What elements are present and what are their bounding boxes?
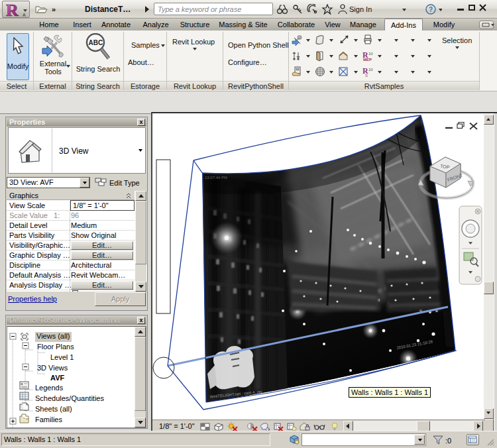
svg-text:10: 10 xyxy=(368,52,373,56)
svg-text:?: ? xyxy=(429,6,433,13)
svg-text:Sign In: Sign In xyxy=(349,5,372,13)
svg-text:MEP: MEP xyxy=(363,58,372,62)
svg-text:S: S xyxy=(365,74,368,78)
svg-text:ABC: ABC xyxy=(89,39,103,46)
svg-text:R: R xyxy=(6,1,19,17)
svg-text:A: A xyxy=(23,13,26,17)
svg-text:10: 10 xyxy=(368,68,373,72)
